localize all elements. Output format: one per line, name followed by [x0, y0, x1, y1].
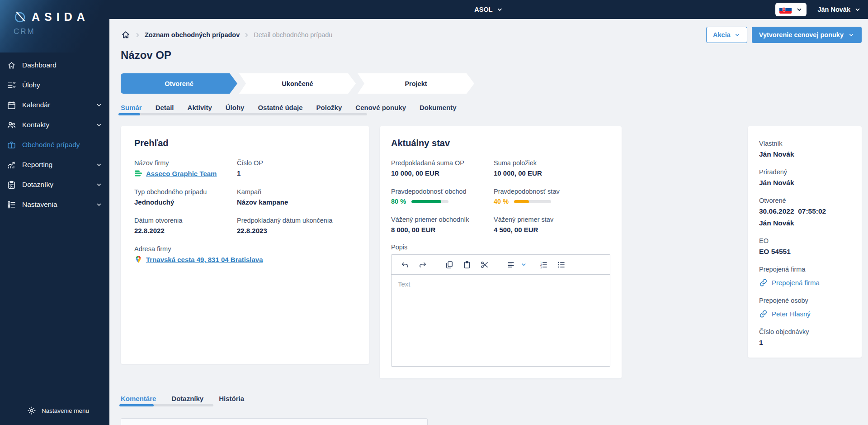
sidebar-item-ulohy[interactable]: Úlohy [0, 75, 109, 95]
user-menu[interactable]: Ján Novák [817, 6, 861, 13]
field-label: Otvorené [759, 197, 850, 204]
field-value: Ján Novák [759, 179, 850, 187]
sidebar-item-kontakty[interactable]: Kontakty [0, 115, 109, 135]
side-info-card: Vlastník Ján Novák Priradený Ján Novák O… [748, 126, 862, 358]
undo-button[interactable] [398, 258, 412, 272]
stage-otvorene[interactable]: Otvorené [121, 73, 237, 94]
linked-company-link[interactable]: Prepojená firma [759, 278, 850, 287]
tab-sumar[interactable]: Sumár [121, 104, 142, 111]
chevron-right-icon [134, 32, 141, 38]
tab-aktivity[interactable]: Aktivity [188, 104, 212, 111]
main: ASOL Ján Novák [109, 0, 868, 425]
field-value: 22.8.2022 [134, 227, 231, 234]
sidebar-item-label: Nastavenia [22, 201, 57, 209]
sidebar-item-kalendar[interactable]: Kalendár [0, 95, 109, 115]
field-label: Číslo objednávky [759, 328, 850, 335]
sidebar-item-label: Obchodné prípady [22, 141, 80, 149]
cut-button[interactable] [477, 258, 492, 272]
description-editor: 123 [391, 254, 610, 367]
progress-bar [411, 200, 448, 203]
brand-name: ASIDA [32, 10, 90, 24]
field-assigned: Priradený Ján Novák [759, 168, 850, 187]
language-selector[interactable] [775, 3, 807, 16]
user-name: Ján Novák [817, 6, 850, 13]
sidebar-item-reporting[interactable]: Reporting [0, 155, 109, 175]
stage-label: Projekt [405, 80, 427, 87]
field-value: 30.06.2022 07:55:02 [759, 207, 850, 215]
field-value: EO 54551 [759, 248, 850, 256]
chevron-down-icon [96, 181, 102, 188]
sidebar-nav: Dashboard Úlohy Kalendár Kontakty Obchod… [0, 55, 109, 215]
field-label: Predpokladaný dátum ukončenia [237, 217, 356, 224]
tab-cenove-ponuky[interactable]: Cenové ponuky [355, 104, 406, 111]
breadcrumb: Zoznam obchodných prípadov Detail obchod… [121, 26, 862, 43]
tab-komentare[interactable]: Komentáre [121, 395, 156, 402]
tab-dotazniky[interactable]: Dotazníky [171, 395, 203, 402]
field-campaign: Kampaň Názov kampane [237, 188, 356, 206]
app: ASIDA CRM Dashboard Úlohy Kalendár Konta… [0, 0, 868, 425]
chevron-down-icon [854, 6, 861, 13]
tab-ostatne-udaje[interactable]: Ostatné údaje [258, 104, 302, 111]
sidebar-item-dotazniky[interactable]: Dotazníky [0, 175, 109, 195]
topbar: ASOL Ján Novák [109, 0, 868, 19]
stage-projekt[interactable]: Projekt [358, 73, 474, 94]
contacts-icon [7, 120, 16, 130]
chevron-down-icon [96, 122, 102, 128]
description-textarea[interactable] [392, 275, 610, 364]
calendar-icon [7, 100, 16, 110]
toolbar-divider [498, 259, 498, 271]
redo-button[interactable] [415, 258, 430, 272]
align-button[interactable] [504, 258, 519, 272]
linked-person-link[interactable]: Peter Hlasný [759, 310, 850, 318]
field-company: Názov firmy Asseco Graphic Team [134, 159, 231, 177]
tab-historia[interactable]: História [219, 395, 244, 402]
sidebar-item-dashboard[interactable]: Dashboard [0, 55, 109, 75]
akcia-button[interactable]: Akcia [706, 27, 747, 43]
field-weighted-state: Vážený priemer stav 4 500, 00 EUR [494, 216, 610, 234]
field-prob-deal: Pravdepodobnosť obchod 80 % [391, 188, 488, 205]
sidebar-item-label: Reporting [22, 161, 52, 169]
stage-ukoncene[interactable]: Ukončené [239, 73, 356, 94]
field-label: Vlastník [759, 140, 850, 147]
org-selector[interactable]: ASOL [474, 6, 503, 13]
asida-logo-icon [14, 10, 27, 24]
sidebar-item-nastavenia[interactable]: Nastavenia [0, 195, 109, 215]
bullet-list-button[interactable] [554, 258, 568, 272]
svg-text:3: 3 [540, 266, 542, 268]
copy-button[interactable] [442, 258, 457, 272]
tab-ulohy[interactable]: Úlohy [226, 104, 245, 111]
ordered-list-button[interactable]: 123 [536, 258, 551, 272]
address-link[interactable]: Trnavská cesta 49, 831 04 Bratislava [146, 256, 263, 263]
chevron-down-icon [848, 32, 854, 38]
comment-input-box [121, 418, 428, 425]
field-opened: Otvorené 30.06.2022 07:55:02 Ján Novák [759, 197, 850, 227]
status-title: Aktuálny stav [391, 138, 610, 148]
field-value: 10 000, 00 EUR [494, 169, 610, 177]
home-icon[interactable] [121, 30, 131, 40]
field-label: Vážený priemer stav [494, 216, 610, 223]
sidebar-item-label: Kontakty [22, 121, 49, 129]
field-value: 10 000, 00 EUR [391, 169, 488, 177]
field-value: 22.8.2023 [237, 227, 356, 234]
company-link[interactable]: Asseco Graphic Team [146, 170, 217, 177]
tab-dokumenty[interactable]: Dokumenty [420, 104, 457, 111]
breadcrumb-link[interactable]: Zoznam obchodných prípadov [145, 31, 240, 38]
stage-label: Otvorené [165, 80, 193, 87]
field-value: Názov kampane [237, 198, 356, 206]
tab-detail[interactable]: Detail [156, 104, 174, 111]
field-label: Adresa firmy [134, 245, 356, 253]
probability-value: 80 % [391, 198, 406, 205]
field-label: Prepojená firma [759, 266, 850, 273]
field-expected-end: Predpokladaný dátum ukončenia 22.8.2023 [237, 217, 356, 234]
org-name: ASOL [474, 6, 492, 13]
create-quote-button[interactable]: Vytvorenie cenovej ponuky [752, 27, 862, 43]
status-card: Aktuálny stav Predpokladaná suma OP 10 0… [380, 126, 622, 378]
sidebar-item-obchodne-pripady[interactable]: Obchodné prípady [0, 135, 109, 155]
chevron-down-icon [497, 6, 503, 13]
field-label: Suma položiek [494, 159, 610, 167]
menu-settings-button[interactable]: Nastavenie menu [0, 406, 109, 425]
tab-polozky[interactable]: Položky [316, 104, 342, 111]
home-icon [7, 61, 16, 70]
paste-button[interactable] [460, 258, 474, 272]
chevron-down-icon[interactable] [521, 262, 527, 267]
